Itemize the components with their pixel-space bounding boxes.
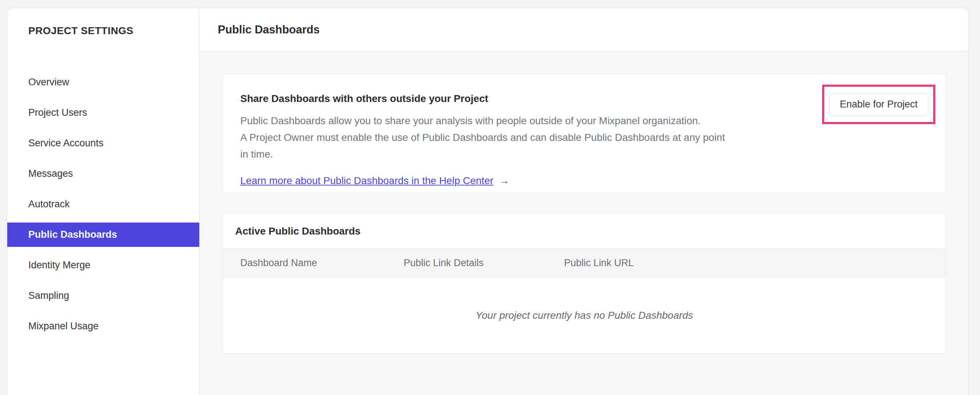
pink-highlight-annotation: Enable for Project [822,84,935,124]
enable-for-project-button[interactable]: Enable for Project [829,93,929,116]
sidebar-item-label: Autotrack [28,199,70,210]
column-header-dashboard-name: Dashboard Name [223,257,404,269]
column-header-public-link-url: Public Link URL [564,257,945,269]
empty-state-message: Your project currently has no Public Das… [223,277,945,353]
share-dashboards-card: Share Dashboards with others outside you… [223,74,946,193]
dashboards-table-header: Dashboard Name Public Link Details Publi… [223,249,945,277]
settings-panel: PROJECT SETTINGS Overview Project Users … [7,8,969,395]
sidebar-item-overview[interactable]: Overview [7,70,199,94]
project-settings-sidebar: PROJECT SETTINGS Overview Project Users … [7,8,200,395]
active-card-title-row: Active Public Dashboards [223,213,945,249]
sidebar-item-mixpanel-usage[interactable]: Mixpanel Usage [7,314,199,338]
arrow-right-icon: → [499,175,509,186]
description-line: A Project Owner must enable the use of P… [240,129,945,146]
help-center-link-row: Learn more about Public Dashboards in th… [240,175,945,186]
column-header-public-link-details: Public Link Details [404,257,564,269]
sidebar-item-label: Messages [28,168,73,179]
sidebar-item-label: Public Dashboards [28,229,117,241]
sidebar-item-label: Service Accounts [28,138,103,149]
sidebar-item-label: Mixpanel Usage [28,320,99,332]
help-center-link[interactable]: Learn more about Public Dashboards in th… [240,175,493,186]
sidebar-item-public-dashboards[interactable]: Public Dashboards [7,223,199,247]
sidebar-nav: Overview Project Users Service Accounts … [7,70,199,344]
sidebar-title: PROJECT SETTINGS [28,25,134,37]
main-body: Share Dashboards with others outside you… [200,51,968,354]
main-content: Public Dashboards Share Dashboards with … [200,8,968,395]
sidebar-item-messages[interactable]: Messages [7,162,199,186]
page-title: Public Dashboards [218,23,320,36]
sidebar-item-label: Sampling [28,290,69,301]
description-line: in time. [240,146,945,162]
active-card-title: Active Public Dashboards [235,225,360,237]
sidebar-item-sampling[interactable]: Sampling [7,284,199,308]
sidebar-item-label: Overview [28,76,69,88]
active-public-dashboards-card: Active Public Dashboards Dashboard Name … [223,213,946,354]
sidebar-item-autotrack[interactable]: Autotrack [7,192,199,217]
sidebar-item-project-users[interactable]: Project Users [7,100,199,125]
sidebar-item-service-accounts[interactable]: Service Accounts [7,131,199,155]
sidebar-item-label: Project Users [28,107,87,118]
page-header: Public Dashboards [200,8,968,51]
sidebar-item-identity-merge[interactable]: Identity Merge [7,253,199,277]
sidebar-item-label: Identity Merge [28,260,91,271]
